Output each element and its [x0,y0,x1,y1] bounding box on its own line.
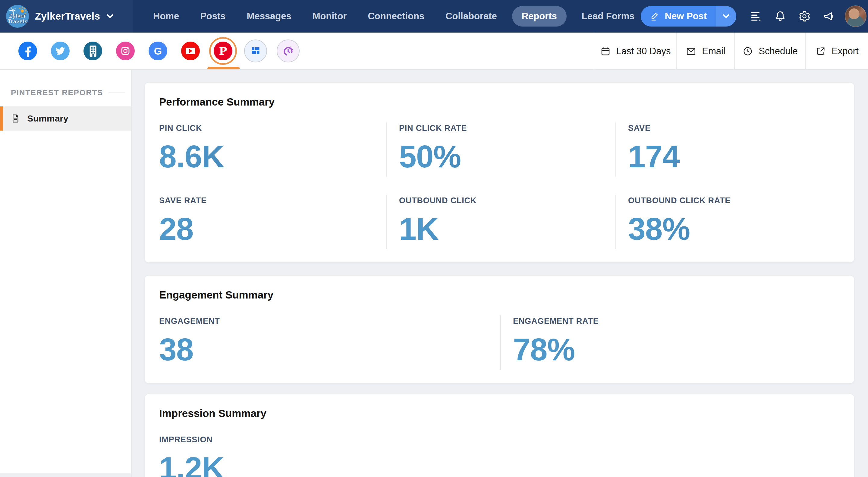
metric-engagement-rate: ENGAGEMENT RATE 78% [500,316,840,370]
email-label: Email [702,46,725,57]
metric-value: 28 [159,213,386,245]
new-post-dropdown-button[interactable] [716,6,736,27]
nav-item-home[interactable]: Home [147,6,185,27]
envelope-icon [686,46,696,57]
nav-item-collaborate[interactable]: Collaborate [439,6,503,27]
nav-item-posts[interactable]: Posts [194,6,231,27]
nav-item-monitor[interactable]: Monitor [307,6,353,27]
new-post-split-button: New Post [641,6,737,27]
sidebar-section-title: PINTEREST REPORTS [11,88,103,97]
metric-label: ENGAGEMENT [159,317,500,326]
impression-summary-card: Impression Summary IMPRESSION 1.2K [144,393,855,477]
clock-icon [742,46,753,57]
metric-label: IMPRESSION [159,435,840,444]
calendar-icon [600,46,611,57]
performance-metrics-grid: PIN CLICK 8.6K PIN CLICK RATE 50% SAVE 1… [159,122,840,249]
date-range-label: Last 30 Days [616,46,671,57]
new-post-button[interactable]: New Post [641,6,716,27]
card-title: Engagement Summary [159,289,840,301]
metric-label: OUTBOUND CLICK [399,196,615,205]
metric-pin-click-rate: PIN CLICK RATE 50% [386,122,615,177]
schedule-label: Schedule [758,46,798,57]
metric-label: SAVE RATE [159,196,386,205]
metric-label: PIN CLICK [159,124,386,133]
brand-name: ZylkerTravels [35,10,100,22]
performance-summary-card: Performance Summary PIN CLICK 8.6K PIN C… [144,82,855,263]
sidebar-item-label: Summary [27,113,68,124]
metric-outbound-click-rate: OUTBOUND CLICK RATE 38% [615,195,840,249]
engagement-summary-card: Engagement Summary ENGAGEMENT 38 ENGAGEM… [144,275,855,384]
impression-metrics-grid: IMPRESSION 1.2K [159,434,840,477]
metric-label: OUTBOUND CLICK RATE [628,196,840,205]
channel-app-grid[interactable] [239,32,272,70]
chevron-down-icon [723,14,730,19]
channel-linkedin-company[interactable] [76,32,109,70]
sidebar-section-header: PINTEREST REPORTS [11,88,125,97]
metric-value: 50% [399,140,615,173]
channel-toolbar: G P [0,33,868,70]
metric-value: 78% [513,333,840,366]
sidebar-bottom-scroll-strip[interactable] [0,473,131,477]
card-title: Performance Summary [159,96,840,108]
schedule-button[interactable]: Schedule [734,33,805,70]
nav-item-messages[interactable]: Messages [241,6,298,27]
metric-outbound-click: OUTBOUND CLICK 1K [386,195,615,249]
google-icon: G [149,41,167,60]
brand-switcher[interactable]: Zylker Travels ZylkerTravels [0,0,133,33]
metric-label: ENGAGEMENT RATE [513,317,840,326]
channel-history-clock[interactable] [272,32,304,70]
nav-item-connections[interactable]: Connections [362,6,430,27]
channel-instagram[interactable] [109,32,142,70]
nav-item-lead-forms[interactable]: Lead Forms [576,6,641,27]
nav-right-controls: New Post [641,0,868,33]
pinterest-selected-ring: P [209,37,237,65]
youtube-icon [181,41,200,60]
new-post-label: New Post [665,11,707,22]
channel-pinterest-selected[interactable]: P [207,32,239,70]
building-icon [84,41,102,60]
sidebar-item-summary[interactable]: Summary [0,107,131,130]
metric-label: SAVE [628,124,840,133]
app-grid-icon [244,39,267,62]
export-button[interactable]: Export [805,33,868,70]
export-icon [815,46,826,57]
twitter-icon [51,41,70,60]
document-icon [10,113,21,124]
metric-value: 174 [628,140,840,173]
facebook-icon [19,41,37,60]
date-range-button[interactable]: Last 30 Days [594,33,676,70]
gear-icon[interactable] [797,8,812,24]
reports-sidebar: PINTEREST REPORTS Summary [0,70,132,477]
engagement-metrics-grid: ENGAGEMENT 38 ENGAGEMENT RATE 78% [159,316,840,370]
feed-list-icon[interactable] [748,8,764,24]
channel-twitter[interactable] [44,32,76,70]
metric-save-rate: SAVE RATE 28 [159,195,386,249]
pinterest-icon: P [214,41,232,60]
svg-text:Travels: Travels [7,18,27,24]
metric-label: PIN CLICK RATE [399,124,615,133]
instagram-icon [116,41,135,60]
user-avatar[interactable] [845,5,867,27]
sidebar-header-divider [109,93,125,93]
bell-icon[interactable] [772,8,788,24]
metric-pin-click: PIN CLICK 8.6K [159,122,386,177]
main-menu: Home Posts Messages Monitor Connections … [147,0,641,33]
zylker-travels-logo: Zylker Travels [5,4,30,28]
metric-value: 38% [628,213,840,245]
app-window: Zylker Travels ZylkerTravels Home Posts … [0,0,868,477]
email-button[interactable]: Email [676,33,734,70]
channel-google-my-business[interactable]: G [142,32,174,70]
channel-youtube[interactable] [174,32,207,70]
top-navigation-bar: Zylker Travels ZylkerTravels Home Posts … [0,0,868,33]
megaphone-icon[interactable] [821,8,836,24]
nav-item-reports[interactable]: Reports [512,6,567,27]
pencil-icon [650,11,660,22]
metric-engagement: ENGAGEMENT 38 [159,316,500,370]
channel-facebook[interactable] [11,32,44,70]
pinterest-active-underline [207,67,240,69]
brand-chevron-down-icon [107,14,113,19]
metric-value: 38 [159,333,500,366]
export-label: Export [832,46,859,57]
metric-value: 8.6K [159,140,386,173]
history-clock-icon [277,39,300,62]
